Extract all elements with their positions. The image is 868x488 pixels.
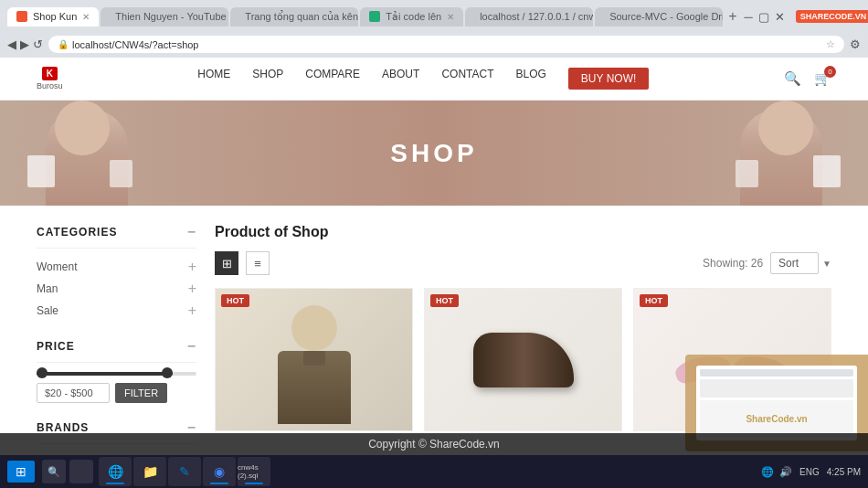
range-track[interactable] [37, 372, 196, 376]
taskbar-time: 4:25 PM [827, 466, 861, 478]
tab-favicon-shop [16, 11, 27, 22]
address-bar[interactable]: 🔒 localhost/CNW4s/?act=shop ☆ [48, 36, 844, 53]
taskbar-app-vscode[interactable]: ✎ [168, 457, 201, 486]
close-window-button[interactable]: ✕ [775, 10, 785, 24]
taskbar-app-explorer[interactable]: 📁 [133, 457, 166, 486]
copyright-text: Copyright © ShareCode.vn [368, 438, 500, 451]
address-text: localhost/CNW4s/?act=shop [72, 39, 826, 50]
cart-icon[interactable]: 🛒 0 [814, 70, 831, 87]
start-button[interactable]: ⊞ [7, 461, 35, 483]
windows-icon: ⊞ [16, 464, 26, 479]
tab-label-yt1: Thien Nguyen - YouTube [115, 11, 226, 22]
forward-button[interactable]: ▶ [20, 37, 29, 51]
sidebar-item-woment[interactable]: Woment + [37, 256, 196, 278]
list-view-button[interactable]: ≡ [246, 251, 270, 275]
copyright-bar: Copyright © ShareCode.vn [0, 433, 868, 455]
sidebar-item-sale[interactable]: Sale + [37, 300, 196, 322]
main-nav: HOME SHOP COMPARE ABOUT CONTACT BLOG BUY… [63, 68, 784, 90]
taskview-icon[interactable]: ⧉ [69, 460, 93, 483]
close-icon[interactable]: ✕ [447, 12, 454, 22]
nav-blog[interactable]: BLOG [515, 68, 545, 90]
close-icon[interactable]: ✕ [82, 12, 90, 22]
left-controls: ⊞ ≡ [215, 251, 270, 275]
tab-upload[interactable]: Tải code lên ✕ [360, 7, 463, 27]
search-icon[interactable]: 🔍 [784, 70, 801, 87]
categories-section: CATEGORIES − Woment + Man + Sale + [37, 224, 196, 322]
range-thumb-left[interactable] [37, 367, 48, 378]
nav-home[interactable]: HOME [197, 68, 230, 90]
sidebar-item-man[interactable]: Man + [37, 278, 196, 300]
price-section: PRICE − $20 - $500 FILTER [37, 338, 196, 403]
nav-contact[interactable]: CONTACT [441, 68, 493, 90]
nav-shop[interactable]: SHOP [252, 68, 283, 90]
category-label-woment: Woment [37, 260, 77, 273]
sort-select[interactable]: Sort [770, 252, 819, 274]
header-icons: 🔍 🛒 0 [784, 70, 831, 87]
nav-compare[interactable]: COMPARE [305, 68, 360, 90]
new-tab-button[interactable]: + [725, 7, 740, 27]
nav-buynow[interactable]: BUY NOW! [568, 68, 649, 90]
showing-count: Showing: 26 [703, 257, 763, 270]
taskbar-right: 🌐 🔊 ENG 4:25 PM [761, 466, 861, 478]
reload-button[interactable]: ↺ [33, 37, 43, 51]
tab-youtube2[interactable]: Trang tổng quan của kênh ✕ [230, 7, 358, 27]
tab-favicon-upload [369, 11, 380, 22]
cart-badge: 0 [824, 66, 836, 78]
range-thumb-right[interactable] [162, 367, 173, 378]
maximize-button[interactable]: ▢ [758, 10, 769, 24]
price-collapse-icon[interactable]: − [187, 338, 196, 355]
chevron-down-icon: ▼ [822, 259, 831, 269]
tab-label-yt2: Trang tổng quan của kênh [245, 11, 358, 23]
taskbar-app-chrome[interactable]: ◉ [203, 457, 236, 486]
right-controls: Showing: 26 Sort ▼ [703, 252, 831, 274]
extensions-icon[interactable]: ⚙ [850, 37, 861, 51]
lock-icon: 🔒 [58, 39, 69, 49]
browser-action-icons: ⚙ [850, 37, 861, 51]
products-controls: ⊞ ≡ Showing: 26 Sort ▼ [215, 251, 831, 275]
product-card-2[interactable]: HOT [424, 288, 622, 431]
categories-collapse-icon[interactable]: − [187, 224, 196, 240]
tab-localhost[interactable]: localhost / 127.0.0.1 / cnw4... ✕ [465, 7, 593, 27]
tab-youtube1[interactable]: Thien Nguyen - YouTube ✕ [101, 7, 228, 27]
network-icon[interactable]: 🌐 [761, 466, 774, 478]
products-title: Product of Shop [215, 224, 328, 240]
volume-icon[interactable]: 🔊 [779, 466, 792, 478]
hot-badge-3: HOT [640, 294, 668, 307]
back-button[interactable]: ◀ [7, 37, 16, 51]
product-image-2: HOT [425, 289, 621, 430]
hero-figure-left [27, 101, 174, 206]
tab-gdrive[interactable]: Source-MVC - Google Drive ✕ [595, 7, 723, 27]
add-icon[interactable]: + [188, 281, 196, 297]
star-icon[interactable]: ☆ [826, 38, 835, 50]
clock-time: 4:25 PM [827, 466, 861, 478]
window-controls: ─ ▢ ✕ [744, 10, 784, 24]
tab-shopkun[interactable]: Shop Kun ✕ [7, 7, 99, 27]
logo-box: K [42, 67, 58, 80]
taskbar-apps: 🌐 📁 ✎ ◉ cnw4s (2).sql [99, 457, 270, 486]
taskbar-icons: 🔍 ⧉ [42, 460, 93, 483]
search-taskbar-icon[interactable]: 🔍 [42, 460, 66, 483]
price-range: $20 - $500 FILTER [37, 372, 196, 403]
product-card-1[interactable]: HOT [215, 288, 413, 431]
hero-banner: SHOP [0, 101, 868, 206]
taskbar-app-sql[interactable]: cnw4s (2).sql [238, 457, 270, 486]
shoes-visual [425, 289, 621, 430]
hot-badge-1: HOT [221, 294, 249, 307]
grid-view-button[interactable]: ⊞ [215, 251, 238, 275]
filter-button[interactable]: FILTER [115, 383, 167, 403]
browser-chrome: Shop Kun ✕ Thien Nguyen - YouTube ✕ Tran… [0, 0, 868, 33]
categories-header: CATEGORIES − [37, 224, 196, 249]
nav-about[interactable]: ABOUT [382, 68, 419, 90]
sharecode-badge: SHARECODE.VN [796, 10, 868, 23]
add-icon[interactable]: + [188, 302, 196, 319]
price-inputs: $20 - $500 FILTER [37, 383, 196, 403]
tab-label-upload: Tải code lên [386, 11, 441, 23]
taskbar-app-edge[interactable]: 🌐 [99, 457, 132, 486]
hot-badge-2: HOT [430, 294, 459, 307]
minimize-button[interactable]: ─ [744, 10, 752, 24]
vscode-icon: ✎ [179, 464, 190, 479]
site-logo: K Burosu [37, 67, 63, 90]
nav-buttons: ◀ ▶ ↺ [7, 37, 43, 51]
add-icon[interactable]: + [188, 259, 196, 275]
product-image-1: HOT [216, 289, 412, 430]
